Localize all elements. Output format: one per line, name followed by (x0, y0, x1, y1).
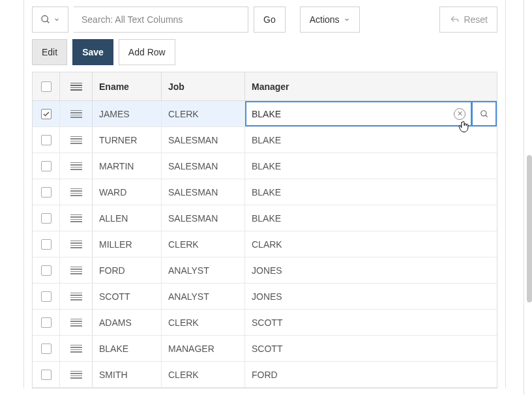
data-grid: Ename Job Manager JAMESCLERK✕TURNERSALES… (32, 72, 497, 388)
table-row[interactable]: MARTINSALESMANBLAKE (33, 153, 497, 179)
row-checkbox[interactable] (41, 291, 52, 302)
scrollbar[interactable] (527, 155, 532, 302)
column-header-manager[interactable]: Manager (245, 72, 497, 100)
row-checkbox[interactable] (41, 344, 52, 354)
row-checkbox[interactable] (41, 265, 52, 276)
row-checkbox[interactable] (41, 135, 52, 145)
manager-input[interactable] (252, 109, 450, 119)
table-row[interactable]: BLAKEMANAGERSCOTT (33, 336, 497, 362)
menu-icon (70, 241, 82, 248)
cell-manager[interactable]: ✕ (245, 101, 497, 126)
search-menu-button[interactable] (32, 7, 68, 33)
search-icon (40, 14, 51, 25)
column-header-ename[interactable]: Ename (93, 72, 162, 100)
chevron-down-icon (344, 16, 350, 23)
cell-manager[interactable]: SCOTT (245, 336, 497, 361)
cell-ename[interactable]: BLAKE (93, 336, 162, 361)
cell-ename[interactable]: JAMES (93, 101, 162, 126)
table-row[interactable]: ADAMSCLERKSCOTT (33, 310, 497, 336)
cell-ename[interactable]: MILLER (93, 231, 162, 257)
row-checkbox[interactable] (41, 317, 52, 328)
row-checkbox[interactable] (41, 370, 52, 380)
cell-manager[interactable]: JONES (245, 257, 497, 283)
save-button[interactable]: Save (72, 39, 113, 65)
cell-job[interactable]: CLERK (162, 101, 245, 126)
cell-manager[interactable]: BLAKE (245, 205, 497, 231)
row-checkbox[interactable] (41, 109, 52, 119)
menu-icon (70, 371, 82, 379)
table-row[interactable]: SCOTTANALYSTJONES (33, 284, 497, 310)
table-row[interactable]: ALLENSALESMANBLAKE (33, 205, 497, 231)
cell-ename[interactable]: TURNER (93, 127, 162, 153)
cell-ename[interactable]: ADAMS (93, 310, 162, 335)
cell-manager[interactable]: BLAKE (245, 127, 497, 153)
table-row[interactable]: TURNERSALESMANBLAKE (33, 127, 497, 153)
row-checkbox[interactable] (41, 239, 52, 250)
cell-ename[interactable]: WARD (93, 179, 162, 205)
go-button[interactable]: Go (254, 7, 286, 33)
cell-job[interactable]: SALESMAN (162, 153, 245, 179)
cell-ename[interactable]: MARTIN (93, 153, 162, 179)
menu-icon (70, 162, 82, 170)
menu-icon (70, 214, 82, 222)
table-row[interactable]: WARDSALESMANBLAKE (33, 179, 497, 205)
reset-button[interactable]: Reset (439, 7, 497, 33)
cell-ename[interactable]: ALLEN (93, 205, 162, 231)
row-checkbox[interactable] (41, 187, 52, 197)
row-actions-header[interactable] (60, 72, 93, 100)
cell-job[interactable]: CLERK (162, 231, 245, 257)
row-actions-button[interactable] (60, 310, 93, 335)
row-actions-button[interactable] (60, 362, 93, 387)
cell-manager[interactable]: CLARK (245, 231, 497, 257)
cell-ename[interactable]: FORD (93, 257, 162, 283)
row-checkbox[interactable] (41, 161, 52, 171)
edit-button[interactable]: Edit (32, 39, 67, 65)
row-actions-button[interactable] (60, 153, 93, 179)
cell-job[interactable]: MANAGER (162, 336, 245, 361)
row-actions-button[interactable] (60, 179, 93, 205)
svg-point-0 (42, 16, 48, 22)
cell-job[interactable]: CLERK (162, 310, 245, 335)
menu-icon (70, 267, 82, 274)
menu-icon (70, 319, 82, 327)
cell-job[interactable]: SALESMAN (162, 179, 245, 205)
table-row[interactable]: JAMESCLERK✕ (33, 101, 497, 127)
cell-job[interactable]: ANALYST (162, 257, 245, 283)
menu-icon (70, 345, 82, 353)
cell-manager[interactable]: FORD (245, 362, 497, 387)
cell-job[interactable]: ANALYST (162, 284, 245, 309)
cell-manager[interactable]: JONES (245, 284, 497, 309)
row-actions-button[interactable] (60, 101, 93, 126)
cell-ename[interactable]: SMITH (93, 362, 162, 387)
table-row[interactable]: SMITHCLERKFORD (33, 362, 497, 388)
table-row[interactable]: MILLERCLERKCLARK (33, 231, 497, 257)
cell-manager[interactable]: BLAKE (245, 153, 497, 179)
cell-job[interactable]: SALESMAN (162, 205, 245, 231)
search-input[interactable] (74, 7, 248, 33)
row-actions-button[interactable] (60, 205, 93, 231)
add-row-button[interactable]: Add Row (119, 39, 175, 65)
svg-point-2 (480, 110, 486, 115)
cell-manager[interactable]: SCOTT (245, 310, 497, 335)
cell-ename[interactable]: SCOTT (93, 284, 162, 309)
row-checkbox[interactable] (41, 213, 52, 224)
actions-button[interactable]: Actions (300, 7, 360, 33)
menu-icon (70, 110, 82, 118)
menu-icon (70, 83, 82, 91)
row-actions-button[interactable] (60, 257, 93, 283)
cell-job[interactable]: CLERK (162, 362, 245, 387)
cell-job[interactable]: SALESMAN (162, 127, 245, 153)
row-actions-button[interactable] (60, 231, 93, 257)
cell-manager[interactable]: BLAKE (245, 179, 497, 205)
row-actions-button[interactable] (60, 284, 93, 309)
row-actions-button[interactable] (60, 336, 93, 361)
clear-icon[interactable]: ✕ (454, 108, 466, 120)
row-actions-button[interactable] (60, 127, 93, 153)
menu-icon (70, 136, 82, 144)
menu-icon (70, 293, 82, 300)
table-row[interactable]: FORDANALYSTJONES (33, 257, 497, 284)
select-all-checkbox[interactable] (41, 81, 52, 92)
column-header-job[interactable]: Job (162, 72, 245, 100)
lov-button[interactable] (472, 101, 497, 126)
search-icon (480, 110, 489, 119)
